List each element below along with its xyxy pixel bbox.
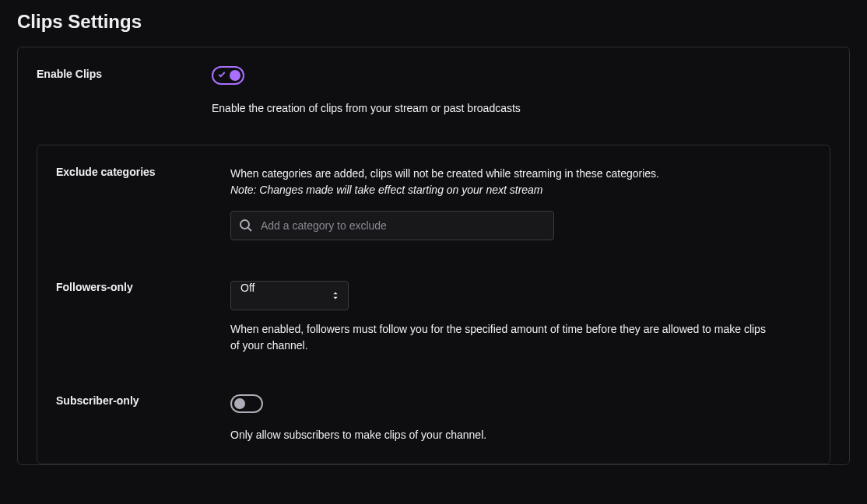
toggle-knob	[230, 70, 240, 81]
svg-point-0	[240, 220, 249, 229]
exclude-categories-row: Exclude categories When categories are a…	[37, 166, 830, 240]
clips-settings-panel: Enable Clips Enable the creation of clip…	[17, 47, 850, 465]
enable-clips-label: Enable Clips	[37, 66, 212, 117]
followers-only-content: Off When enabled, followers must follow …	[230, 281, 791, 354]
followers-only-row: Followers-only Off When enabled, followe…	[37, 281, 830, 354]
subscriber-only-toggle[interactable]	[230, 394, 263, 413]
followers-only-select-wrap: Off	[230, 281, 349, 310]
exclude-categories-help: When categories are added, clips will no…	[230, 166, 791, 182]
followers-only-select[interactable]: Off	[230, 281, 349, 310]
exclude-categories-input-wrap	[230, 211, 554, 240]
exclude-categories-content: When categories are added, clips will no…	[230, 166, 791, 240]
svg-line-1	[248, 228, 251, 231]
page-title: Clips Settings	[0, 0, 867, 47]
enable-clips-content: Enable the creation of clips from your s…	[212, 66, 830, 117]
toggle-knob	[234, 398, 245, 409]
followers-only-description: When enabled, followers must follow you …	[230, 321, 775, 354]
subscriber-only-row: Subscriber-only Only allow subscribers t…	[37, 394, 830, 443]
enable-clips-toggle[interactable]	[212, 66, 244, 85]
subscriber-only-content: Only allow subscribers to make clips of …	[230, 394, 791, 443]
followers-only-label: Followers-only	[56, 281, 230, 354]
clip-restrictions-panel: Exclude categories When categories are a…	[37, 145, 830, 464]
subscriber-only-label: Subscriber-only	[56, 394, 230, 443]
enable-clips-description: Enable the creation of clips from your s…	[212, 100, 830, 117]
enable-clips-row: Enable Clips Enable the creation of clip…	[18, 66, 849, 117]
check-icon	[217, 70, 226, 79]
exclude-categories-label: Exclude categories	[56, 166, 230, 240]
search-icon	[238, 218, 254, 233]
subscriber-only-description: Only allow subscribers to make clips of …	[230, 427, 775, 443]
exclude-categories-note: Note: Changes made will take effect star…	[230, 182, 791, 198]
exclude-categories-input[interactable]	[230, 211, 554, 240]
